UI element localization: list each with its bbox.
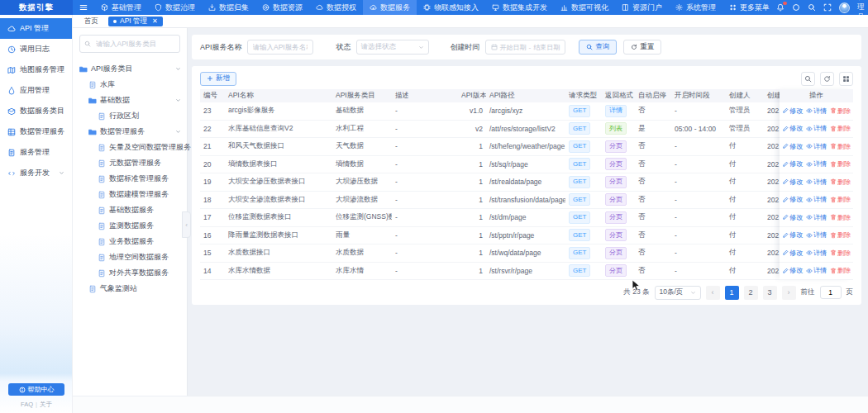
nav-item-3[interactable]: 数据归集 (202, 0, 255, 15)
about-link[interactable]: 关于 (40, 401, 52, 408)
search-icon[interactable] (808, 3, 816, 12)
delete-button[interactable]: 删除 (830, 178, 851, 187)
page-jump-input[interactable] (820, 286, 842, 299)
tree-item-3[interactable]: 基础数据 (76, 93, 182, 108)
detail-button[interactable]: 详情 (806, 124, 827, 133)
detail-button[interactable]: 详情 (806, 142, 827, 151)
bell-icon[interactable] (776, 3, 785, 12)
edit-button[interactable]: 修改 (782, 249, 803, 258)
edit-button[interactable]: 修改 (782, 124, 803, 133)
close-icon[interactable]: ✕ (152, 18, 158, 25)
detail-button[interactable]: 详情 (806, 230, 827, 240)
page-button-3[interactable]: 3 (763, 286, 777, 300)
reset-button[interactable]: 重置 (623, 40, 661, 55)
page-size-select[interactable]: 10条/页 (655, 286, 701, 300)
tree-item-14[interactable]: 对外共享数据服务 (76, 265, 182, 281)
delete-button[interactable]: 删除 (830, 249, 851, 258)
tab-1[interactable]: 首页 (78, 15, 105, 28)
avatar[interactable] (839, 2, 850, 13)
delete-button[interactable]: 删除 (830, 142, 851, 151)
tree-item-15[interactable]: 气象监测站 (76, 281, 182, 297)
edit-button[interactable]: 修改 (782, 195, 803, 204)
api-name-input[interactable] (247, 40, 313, 55)
nav-item-2[interactable]: 数据治理 (148, 0, 202, 15)
nav-item-11[interactable]: 系统管理 (669, 0, 723, 15)
nav-item-6[interactable]: 数据服务 (363, 0, 417, 15)
username[interactable]: 管理员 (857, 0, 868, 22)
fullscreen-icon[interactable] (823, 3, 832, 12)
search-button[interactable]: 查询 (579, 40, 617, 55)
tree-item-5[interactable]: 数据管理服务 (76, 124, 182, 140)
tree-item-12[interactable]: 业务数据服务 (76, 234, 182, 249)
edit-button[interactable]: 修改 (782, 178, 803, 187)
detail-button[interactable]: 详情 (806, 107, 827, 116)
nav-item-1[interactable]: 基础管理 (94, 0, 148, 15)
tree-item-11[interactable]: 监测数据服务 (76, 218, 182, 234)
date-range-picker[interactable]: 开始日期 - 结束日期 (485, 40, 566, 55)
sidebar-item-1[interactable]: API 管理 (0, 18, 72, 39)
nav-item-8[interactable]: 数据集成开发 (485, 0, 554, 15)
add-button[interactable]: 新增 (200, 72, 236, 86)
edit-button[interactable]: 修改 (782, 266, 803, 275)
search-icon (84, 40, 91, 47)
format-tag: 列表 (605, 122, 627, 135)
delete-button[interactable]: 删除 (830, 124, 851, 133)
nav-item-4[interactable]: 数据资源 (255, 0, 309, 15)
tree-item-10[interactable]: 基础数据服务 (76, 202, 182, 218)
delete-button[interactable]: 删除 (830, 230, 851, 240)
tree-item-7[interactable]: 元数据管理服务 (76, 155, 182, 171)
delete-button[interactable]: 删除 (830, 159, 851, 169)
prev-page-button[interactable]: ‹ (706, 286, 720, 300)
edit-button[interactable]: 修改 (782, 159, 803, 169)
detail-button[interactable]: 详情 (806, 195, 827, 204)
delete-button[interactable]: 删除 (830, 213, 851, 222)
page-button-1[interactable]: 1 (725, 286, 739, 300)
next-page-button[interactable]: › (782, 286, 796, 300)
status-select[interactable]: 请选择状态 (356, 40, 429, 55)
tree-item-2[interactable]: 水库 (76, 77, 182, 93)
edit-button[interactable]: 修改 (782, 107, 803, 116)
tree-item-13[interactable]: 地理空间数据服务 (76, 249, 182, 265)
delete-button[interactable]: 删除 (830, 107, 851, 116)
nav-item-9[interactable]: 数据可视化 (554, 0, 615, 15)
nav-item-5[interactable]: 数据授权 (309, 0, 363, 15)
sidebar-item-5[interactable]: 数据服务类目 (0, 101, 72, 121)
delete-button[interactable]: 删除 (830, 266, 851, 275)
ring-icon[interactable] (792, 3, 800, 12)
sidebar-collapse-icon[interactable] (73, 3, 94, 12)
edit-button[interactable]: 修改 (782, 142, 803, 151)
sidebar-item-6[interactable]: 数据管理服务 (0, 121, 72, 142)
table-search-icon[interactable] (801, 72, 815, 86)
sidebar-item-4[interactable]: 应用管理 (0, 80, 72, 101)
tree-item-1[interactable]: API服务类目 (76, 61, 182, 77)
nav-item-7[interactable]: 物联感知接入 (417, 0, 485, 15)
faq-link[interactable]: FAQ (21, 401, 33, 408)
sidebar-item-8[interactable]: 服务开发 (0, 163, 72, 183)
nav-item-10[interactable]: 资源门户 (615, 0, 669, 15)
page-button-2[interactable]: 2 (744, 286, 758, 300)
sidebar-item-2[interactable]: 调用日志 (0, 39, 72, 59)
nav-item-12[interactable]: 更多菜单 (723, 0, 776, 15)
detail-button[interactable]: 详情 (806, 213, 827, 222)
help-center-button[interactable]: 帮助中心 (8, 383, 64, 396)
tree-item-8[interactable]: 数据标准管理服务 (76, 171, 182, 187)
tree-search-input[interactable] (94, 39, 175, 49)
table-refresh-icon[interactable] (820, 72, 834, 86)
table-columns-icon[interactable] (839, 72, 853, 86)
tree-item-9[interactable]: 数据建模管理服务 (76, 187, 182, 202)
tree-item-4[interactable]: 行政区划 (76, 108, 182, 124)
detail-button[interactable]: 详情 (806, 178, 827, 187)
help-icon (19, 387, 26, 393)
detail-button[interactable]: 详情 (806, 159, 827, 169)
tab-2[interactable]: API 管理✕ (108, 17, 163, 26)
edit-icon (782, 107, 789, 114)
detail-button[interactable]: 详情 (806, 266, 827, 275)
sidebar-item-3[interactable]: 地图服务管理 (0, 59, 72, 80)
edit-button[interactable]: 修改 (782, 213, 803, 222)
tree-item-6[interactable]: 矢量及空间数据管理服务 (76, 140, 182, 155)
panel-collapse-handle[interactable]: ‹ (182, 211, 191, 238)
detail-button[interactable]: 详情 (806, 249, 827, 258)
edit-button[interactable]: 修改 (782, 230, 803, 240)
delete-button[interactable]: 删除 (830, 195, 851, 204)
sidebar-item-7[interactable]: 服务管理 (0, 142, 72, 163)
